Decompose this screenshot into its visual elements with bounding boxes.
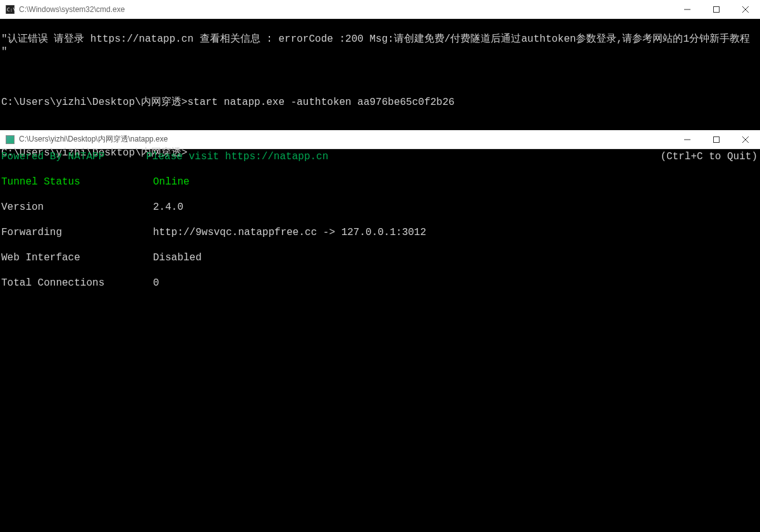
cmd-command-1: start natapp.exe -authtoken aa976be65c0f… <box>187 97 454 108</box>
natapp-window-controls <box>673 130 760 148</box>
web-interface-value: Disabled <box>153 251 202 264</box>
maximize-button[interactable] <box>702 130 731 148</box>
natapp-row-version: Version 2.4.0 <box>1 201 759 214</box>
natapp-row-total-connections: Total Connections 0 <box>1 277 759 289</box>
natapp-quit-hint: (Ctrl+C to Quit) <box>660 150 757 163</box>
natapp-powered-by: Powered By NATAPP <box>1 150 104 163</box>
cmd-window-titlebar[interactable]: C:\ C:\Windows\system32\cmd.exe <box>0 0 760 19</box>
close-button[interactable] <box>731 130 760 148</box>
maximize-button[interactable] <box>702 0 731 18</box>
cmd-window-title: C:\Windows\system32\cmd.exe <box>19 5 673 14</box>
cmd-icon: C:\ <box>5 4 15 15</box>
natapp-app-icon <box>5 135 15 145</box>
natapp-row-web-interface: Web Interface Disabled <box>1 251 759 264</box>
version-value: 2.4.0 <box>153 201 183 214</box>
forwarding-value: http://9wsvqc.natappfree.cc -> 127.0.0.1… <box>153 226 426 239</box>
cmd-line-1: C:\Users\yizhi\Desktop\内网穿透>start natapp… <box>1 96 759 109</box>
cmd-window-controls <box>673 0 760 18</box>
natapp-window-title: C:\Users\yizhi\Desktop\内网穿透\natapp.exe <box>19 134 673 145</box>
cmd-error-line: "认证错误 请登录 https://natapp.cn 查看相关信息 : err… <box>1 33 759 58</box>
tunnel-status-value: Online <box>153 176 190 188</box>
web-interface-label: Web Interface <box>1 251 153 264</box>
svg-text:C:\: C:\ <box>7 6 15 12</box>
natapp-visit-text: Please visit https://natapp.cn <box>146 150 328 163</box>
total-connections-label: Total Connections <box>1 277 153 289</box>
minimize-button[interactable] <box>673 0 702 18</box>
total-connections-value: 0 <box>153 277 159 289</box>
close-button[interactable] <box>731 0 760 18</box>
cmd-terminal-body[interactable]: "认证错误 请登录 https://natapp.cn 查看相关信息 : err… <box>0 19 760 130</box>
natapp-row-tunnel-status: Tunnel Status Online <box>1 176 759 188</box>
forwarding-label: Forwarding <box>1 226 153 239</box>
svg-rect-3 <box>714 6 720 12</box>
natapp-terminal-body[interactable]: Powered By NATAPP Please visit https://n… <box>0 149 760 532</box>
natapp-row-forwarding: Forwarding http://9wsvqc.natappfree.cc -… <box>1 226 759 239</box>
tunnel-status-label: Tunnel Status <box>1 176 153 188</box>
cmd-prompt-1: C:\Users\yizhi\Desktop\内网穿透> <box>1 97 187 108</box>
minimize-button[interactable] <box>673 130 702 148</box>
svg-rect-7 <box>714 136 720 142</box>
version-label: Version <box>1 201 153 214</box>
natapp-window: C:\Users\yizhi\Desktop\内网穿透\natapp.exe P… <box>0 130 760 532</box>
